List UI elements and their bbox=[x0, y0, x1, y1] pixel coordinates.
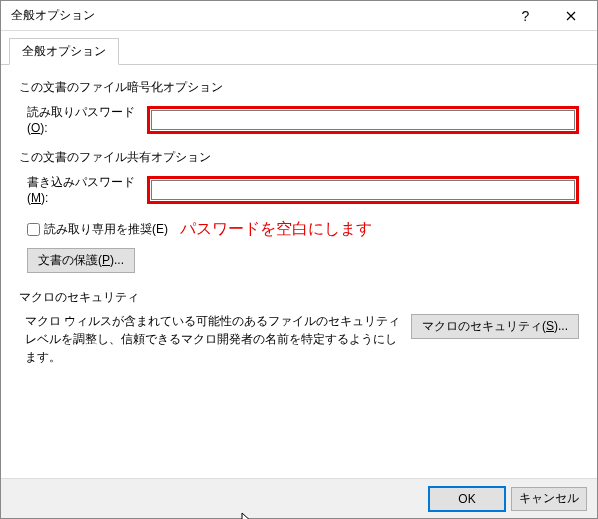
titlebar: 全般オプション ? bbox=[1, 1, 597, 31]
read-password-label: 読み取りパスワード(O): bbox=[19, 104, 147, 135]
help-button[interactable]: ? bbox=[503, 2, 548, 30]
ok-button[interactable]: OK bbox=[429, 487, 505, 511]
annotation-text: パスワードを空白にします bbox=[180, 219, 372, 240]
sharing-group-label: この文書のファイル共有オプション bbox=[19, 149, 579, 166]
write-password-highlight bbox=[147, 176, 579, 204]
encryption-group-label: この文書のファイル暗号化オプション bbox=[19, 79, 579, 96]
macro-section-label: マクロのセキュリティ bbox=[19, 289, 579, 306]
dialog-content: この文書のファイル暗号化オプション 読み取りパスワード(O): この文書のファイ… bbox=[1, 65, 597, 478]
tab-strip: 全般オプション bbox=[1, 31, 597, 65]
close-button[interactable] bbox=[548, 2, 593, 30]
write-password-row: 書き込みパスワード(M): bbox=[19, 174, 579, 205]
macro-description: マクロ ウィルスが含まれている可能性のあるファイルのセキュリティ レベルを調整し… bbox=[19, 312, 401, 366]
dialog-window: 全般オプション ? 全般オプション この文書のファイル暗号化オプション 読み取り… bbox=[0, 0, 598, 519]
read-password-input[interactable] bbox=[151, 110, 575, 130]
write-password-input[interactable] bbox=[151, 180, 575, 200]
titlebar-controls: ? bbox=[503, 2, 593, 30]
read-password-highlight bbox=[147, 106, 579, 134]
readonly-checkbox[interactable] bbox=[27, 223, 40, 236]
macro-security-button[interactable]: マクロのセキュリティ(S)... bbox=[411, 314, 579, 339]
macro-row: マクロ ウィルスが含まれている可能性のあるファイルのセキュリティ レベルを調整し… bbox=[19, 312, 579, 366]
cancel-button[interactable]: キャンセル bbox=[511, 487, 587, 511]
window-title: 全般オプション bbox=[11, 7, 503, 24]
readonly-label[interactable]: 読み取り専用を推奨(E) bbox=[44, 221, 168, 238]
read-password-row: 読み取りパスワード(O): bbox=[19, 104, 579, 135]
protect-document-button[interactable]: 文書の保護(P)... bbox=[27, 248, 135, 273]
write-password-label: 書き込みパスワード(M): bbox=[19, 174, 147, 205]
dialog-footer: OK キャンセル bbox=[1, 478, 597, 518]
close-icon bbox=[566, 11, 576, 21]
tab-general[interactable]: 全般オプション bbox=[9, 38, 119, 65]
readonly-row: 読み取り専用を推奨(E) パスワードを空白にします bbox=[27, 219, 579, 240]
